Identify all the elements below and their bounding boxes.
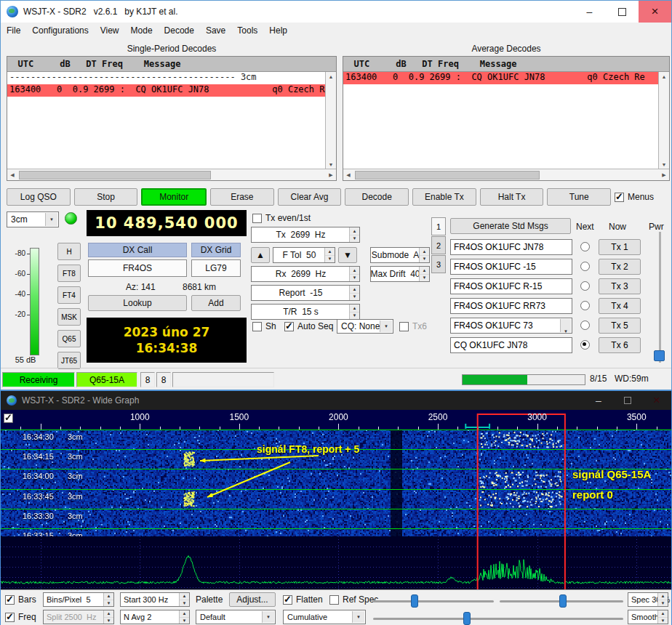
menu-save[interactable]: Save xyxy=(200,23,231,38)
cq-dropdown[interactable]: CQ: None xyxy=(337,319,393,334)
tx-button-1[interactable]: Tx 1 xyxy=(599,239,641,255)
waterfall-zero-slider[interactable] xyxy=(500,600,623,602)
decode-list[interactable]: 163400 0 0.9 2699 : CQ OK1UFC JN78 q0 Cz… xyxy=(343,72,659,169)
freq-checkbox[interactable] xyxy=(5,613,15,622)
tx6-toggle[interactable]: Tx6 xyxy=(399,321,427,331)
scroll-up-icon[interactable] xyxy=(659,72,669,81)
mode-button-ft4[interactable]: FT4 xyxy=(57,286,81,304)
title-bar[interactable]: WSJT-X - SDR2 v2.6.1 by K1JT et al. xyxy=(1,1,671,23)
decode-list[interactable]: ----------------------------------------… xyxy=(7,72,326,169)
start-freq-spinner[interactable]: Start 300 Hz xyxy=(120,592,190,607)
log-qso-button[interactable]: Log QSO xyxy=(7,188,71,206)
mode-button-h[interactable]: H xyxy=(57,243,81,260)
spinner-arrows[interactable] xyxy=(103,593,113,606)
menu-tools[interactable]: Tools xyxy=(231,23,263,38)
auto-seq-checkbox[interactable] xyxy=(284,322,294,331)
waterfall-graph[interactable]: 100015002000250030003500 16:34:303cm16:3… xyxy=(1,410,671,589)
submode-spinner[interactable]: Submode A xyxy=(370,247,430,263)
dx-grid-field[interactable]: LG79 xyxy=(191,259,241,277)
menu-configurations[interactable]: Configurations xyxy=(26,23,94,38)
dx-call-label[interactable]: DX Call xyxy=(88,243,187,257)
mode-button-jt65[interactable]: JT65 xyxy=(57,352,81,369)
spinner-arrows[interactable] xyxy=(103,610,113,624)
spinner-arrows[interactable] xyxy=(349,286,359,300)
spinner-arrows[interactable] xyxy=(349,227,359,242)
tx-even-checkbox[interactable] xyxy=(252,214,262,223)
auto-seq-toggle[interactable]: Auto Seq xyxy=(284,321,333,331)
vertical-scrollbar[interactable] xyxy=(325,72,336,169)
graph-controls-toggle[interactable] xyxy=(4,414,13,423)
slider-handle[interactable] xyxy=(411,594,418,608)
freq-up-button[interactable]: ▲ xyxy=(251,247,270,263)
tx-button-4[interactable]: Tx 4 xyxy=(599,298,641,314)
n-avg-spinner[interactable]: N Avg 2 xyxy=(120,610,190,624)
tune-button[interactable]: Tune xyxy=(547,188,611,206)
sh-toggle[interactable]: Sh xyxy=(252,321,276,331)
spinner-arrows[interactable] xyxy=(419,267,429,281)
vertical-scrollbar[interactable] xyxy=(658,72,669,169)
menus-checkbox[interactable] xyxy=(615,193,624,202)
spinner-arrows[interactable] xyxy=(349,305,359,319)
decode-button[interactable]: Decode xyxy=(345,188,409,206)
tx6-checkbox[interactable] xyxy=(399,322,409,331)
spinner-arrows[interactable] xyxy=(179,593,189,606)
tx-message-field[interactable]: FR4OS OK1UFC 73 xyxy=(450,318,572,334)
messages-tab-1[interactable]: 1 xyxy=(431,217,446,235)
menu-mode[interactable]: Mode xyxy=(125,23,159,38)
palette-select[interactable]: Default xyxy=(196,610,276,624)
tx-select-radio[interactable] xyxy=(580,301,590,310)
tx-message-field[interactable]: FR4OS OK1UFC RR73 xyxy=(450,298,572,314)
freq-down-button[interactable]: ▼ xyxy=(338,247,357,263)
menu-help[interactable]: Help xyxy=(263,23,293,38)
scroll-left-icon[interactable] xyxy=(343,169,353,180)
tx-button-3[interactable]: Tx 3 xyxy=(599,278,641,294)
spinner-arrows[interactable] xyxy=(657,593,668,606)
minimize-button[interactable] xyxy=(584,391,613,410)
close-button[interactable] xyxy=(639,1,671,23)
freq-toggle[interactable]: Freq xyxy=(5,612,36,622)
tx-message-field[interactable]: FR4OS OK1UFC R-15 xyxy=(450,278,572,294)
flatten-toggle[interactable]: Flatten xyxy=(283,594,323,605)
tx-select-radio[interactable] xyxy=(580,262,590,271)
enable-tx-button[interactable]: Enable Tx xyxy=(412,188,476,206)
scroll-left-icon[interactable] xyxy=(7,169,17,180)
wide-graph-title-bar[interactable]: WSJT-X - SDR2 - Wide Graph xyxy=(1,391,671,410)
tx-message-field[interactable]: FR4OS OK1UFC -15 xyxy=(450,259,572,275)
horizontal-scrollbar[interactable] xyxy=(7,169,336,180)
bars-checkbox[interactable] xyxy=(5,595,15,605)
clear-avg-button[interactable]: Clear Avg xyxy=(278,188,342,206)
tr-period-spinner[interactable]: T/R 15 s xyxy=(251,304,360,320)
decode-line[interactable]: 163400 0 0.9 2699 : CQ OK1UFC JN78 q0 Cz… xyxy=(343,72,659,84)
tx-button-5[interactable]: Tx 5 xyxy=(599,318,641,334)
spectrum-slider[interactable] xyxy=(373,618,623,620)
report-spinner[interactable]: Report -15 xyxy=(251,285,360,301)
dx-call-field[interactable]: FR4OS xyxy=(88,259,187,277)
tx-even-toggle[interactable]: Tx even/1st xyxy=(252,213,311,223)
menu-decode[interactable]: Decode xyxy=(159,23,200,38)
messages-tab-2[interactable]: 2 xyxy=(431,236,446,254)
decode-line[interactable]: ----------------------------------------… xyxy=(7,72,326,84)
rx-freq-spinner[interactable]: Rx 2699 Hz xyxy=(251,266,360,282)
decode-line[interactable]: 163400 0 0.9 2699 : CQ OK1UFC JN78 q0 Cz… xyxy=(7,84,326,97)
pwr-slider[interactable] xyxy=(653,232,666,363)
tx-freq-spinner[interactable]: Tx 2699 Hz xyxy=(251,227,360,243)
flatten-checkbox[interactable] xyxy=(283,595,292,605)
menu-view[interactable]: View xyxy=(95,23,125,38)
bins-per-pixel-spinner[interactable]: Bins/Pixel 5 xyxy=(43,592,114,607)
spinner-arrows[interactable] xyxy=(419,248,429,262)
waterfall-gain-slider[interactable] xyxy=(373,600,494,602)
minimize-button[interactable] xyxy=(573,1,606,23)
tx-select-radio[interactable] xyxy=(580,242,590,251)
mode-button-q65[interactable]: Q65 xyxy=(57,330,81,347)
dx-grid-label[interactable]: DX Grid xyxy=(191,243,241,257)
lookup-button[interactable]: Lookup xyxy=(88,295,187,311)
tx-select-radio[interactable] xyxy=(580,281,590,291)
scrollbar-thumb[interactable] xyxy=(355,171,540,180)
generate-std-msgs-button[interactable]: Generate Std Msgs xyxy=(450,218,571,234)
ref-spec-checkbox[interactable] xyxy=(329,595,339,605)
f-tol-spinner[interactable]: F Tol 50 xyxy=(273,247,335,263)
band-selector[interactable]: 3cm xyxy=(7,211,59,227)
pwr-slider-handle[interactable] xyxy=(654,350,665,361)
spinner-arrows[interactable] xyxy=(324,248,335,262)
tx-select-radio[interactable] xyxy=(580,320,590,330)
